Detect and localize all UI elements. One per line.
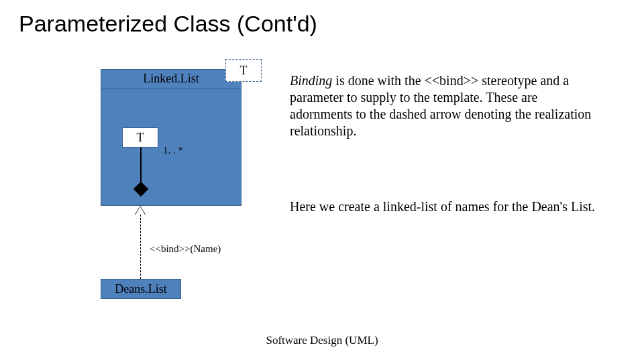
footer-label: Software Design (UML): [0, 334, 644, 347]
description-paragraph-2: Here we create a linked-list of names fo…: [290, 198, 598, 215]
realization-arrowhead-icon: [136, 206, 145, 215]
uml-diagram: Linked.List T T 1. . * <<bind>>(Name) De…: [101, 59, 282, 327]
aggregation-line: [140, 147, 142, 186]
bind-stereotype-label: <<bind>>(Name): [150, 243, 221, 255]
multiplicity-label: 1. . *: [163, 145, 183, 156]
binding-rest: is done with the <<bind>> stereotype and…: [290, 73, 591, 138]
inner-class: T: [122, 127, 158, 147]
bound-class: Deans.List: [101, 279, 181, 299]
description-paragraph-1: Binding is done with the <<bind>> stereo…: [290, 72, 598, 139]
realization-dashed-line: [140, 215, 141, 279]
template-class-name: Linked.List: [101, 69, 241, 89]
page-title: Parameterized Class (Cont'd): [19, 11, 317, 37]
binding-lead: Binding: [290, 73, 332, 88]
template-parameter: T: [225, 59, 262, 82]
slide: Parameterized Class (Cont'd) Linked.List…: [0, 0, 644, 362]
